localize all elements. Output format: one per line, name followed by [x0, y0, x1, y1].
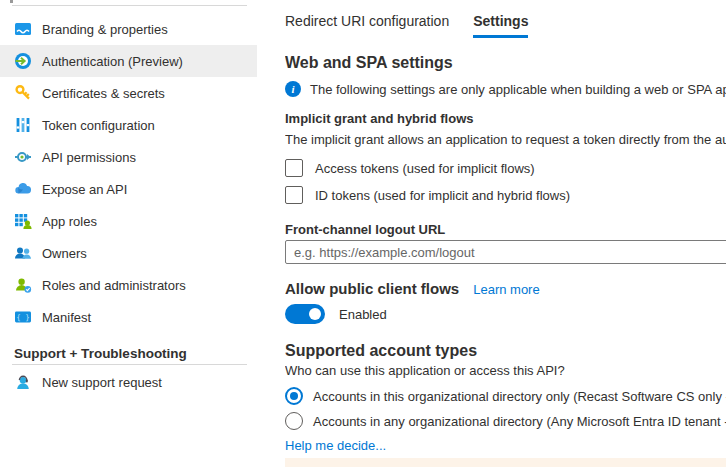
sidebar-item-label: Token configuration — [42, 118, 155, 133]
support-person-icon — [14, 373, 32, 391]
sidebar-item-label: Owners — [42, 246, 87, 261]
sidebar-item-label: Expose an API — [42, 182, 127, 197]
supported-account-types-heading: Supported account types — [285, 341, 726, 360]
toggle-state-label: Enabled — [339, 307, 387, 322]
info-banner: i The following settings are only applic… — [285, 81, 726, 97]
id-tokens-row: ID tokens (used for implicit and hybrid … — [285, 186, 726, 204]
sidebar-item-label: Authentication (Preview) — [42, 54, 183, 69]
multi-tenant-option-row: Accounts in any organizational directory… — [285, 412, 726, 430]
sidebar-item-label: Manifest — [42, 310, 91, 325]
sidebar-item-app-roles[interactable]: App roles — [0, 205, 257, 237]
sidebar-item-label: API permissions — [42, 150, 136, 165]
sidebar-item-expose-api[interactable]: Expose an API — [0, 173, 257, 205]
sidebar: Branding & properties Authentication (Pr… — [0, 0, 257, 467]
info-text: The following settings are only applicab… — [310, 82, 726, 97]
sidebar-item-label: Roles and administrators — [42, 278, 186, 293]
access-tokens-checkbox[interactable] — [285, 159, 303, 177]
allow-public-client-heading: Allow public client flows — [285, 280, 459, 298]
sidebar-divider — [12, 5, 247, 6]
sidebar-item-manifest[interactable]: { } Manifest — [0, 301, 257, 333]
access-tokens-label[interactable]: Access tokens (used for implicit flows) — [315, 161, 535, 176]
owners-icon — [14, 244, 32, 262]
branding-icon — [14, 20, 32, 38]
sidebar-item-api-permissions[interactable]: API permissions — [0, 141, 257, 173]
sidebar-item-authentication[interactable]: Authentication (Preview) — [0, 45, 257, 77]
expose-api-icon — [14, 180, 32, 198]
sidebar-item-token-configuration[interactable]: Token configuration — [0, 109, 257, 141]
sidebar-item-label: New support request — [42, 375, 162, 390]
svg-text:{ }: { } — [16, 313, 30, 322]
single-tenant-radio[interactable] — [285, 387, 303, 405]
tab-bar: Redirect URI configuration Settings — [285, 0, 726, 38]
sidebar-item-label: Certificates & secrets — [42, 86, 165, 101]
sidebar-item-new-support-request[interactable]: New support request — [0, 366, 257, 398]
account-types-question: Who can use this application or access t… — [285, 363, 726, 378]
sidebar-item-branding-properties[interactable]: Branding & properties — [0, 13, 257, 45]
tab-settings[interactable]: Settings — [473, 13, 528, 38]
roles-admins-icon — [14, 276, 32, 294]
app-roles-icon — [14, 212, 32, 230]
api-permissions-icon — [14, 148, 32, 166]
sidebar-item-label: Branding & properties — [42, 22, 168, 37]
single-tenant-option-row: Accounts in this organizational director… — [285, 387, 726, 405]
clipped-item-remnant — [10, 0, 13, 3]
implicit-grant-description: The implicit grant allows an application… — [285, 132, 726, 148]
sidebar-item-label: App roles — [42, 214, 97, 229]
sidebar-item-owners[interactable]: Owners — [0, 237, 257, 269]
public-client-toggle-row: Enabled — [285, 304, 726, 324]
sidebar-section-support-troubleshooting: Support + Troubleshooting — [0, 333, 257, 364]
allow-public-client-row: Allow public client flows Learn more — [285, 280, 726, 298]
authentication-icon — [14, 52, 32, 70]
info-icon: i — [285, 81, 301, 97]
multi-tenant-radio[interactable] — [285, 412, 303, 430]
id-tokens-label[interactable]: ID tokens (used for implicit and hybrid … — [315, 188, 570, 203]
warning-banner-edge — [285, 458, 726, 467]
sidebar-item-roles-administrators[interactable]: Roles and administrators — [0, 269, 257, 301]
token-configuration-icon — [14, 116, 32, 134]
main-content: Redirect URI configuration Settings Web … — [285, 0, 726, 467]
public-client-toggle[interactable] — [285, 304, 325, 324]
front-channel-logout-input[interactable] — [285, 240, 726, 264]
access-tokens-row: Access tokens (used for implicit flows) — [285, 159, 726, 177]
multi-tenant-label[interactable]: Accounts in any organizational directory… — [313, 414, 726, 429]
tab-redirect-uri-configuration[interactable]: Redirect URI configuration — [285, 13, 449, 38]
implicit-grant-heading: Implicit grant and hybrid flows — [285, 111, 726, 127]
single-tenant-label[interactable]: Accounts in this organizational director… — [313, 389, 726, 404]
sidebar-divider — [12, 364, 247, 365]
certificates-icon — [14, 84, 32, 102]
web-spa-settings-heading: Web and SPA settings — [285, 53, 726, 72]
id-tokens-checkbox[interactable] — [285, 186, 303, 204]
manifest-icon: { } — [14, 308, 32, 326]
learn-more-link[interactable]: Learn more — [473, 282, 539, 297]
front-channel-logout-label: Front-channel logout URL — [285, 222, 726, 238]
help-me-decide-link[interactable]: Help me decide... — [285, 438, 386, 454]
sidebar-item-certificates-secrets[interactable]: Certificates & secrets — [0, 77, 257, 109]
